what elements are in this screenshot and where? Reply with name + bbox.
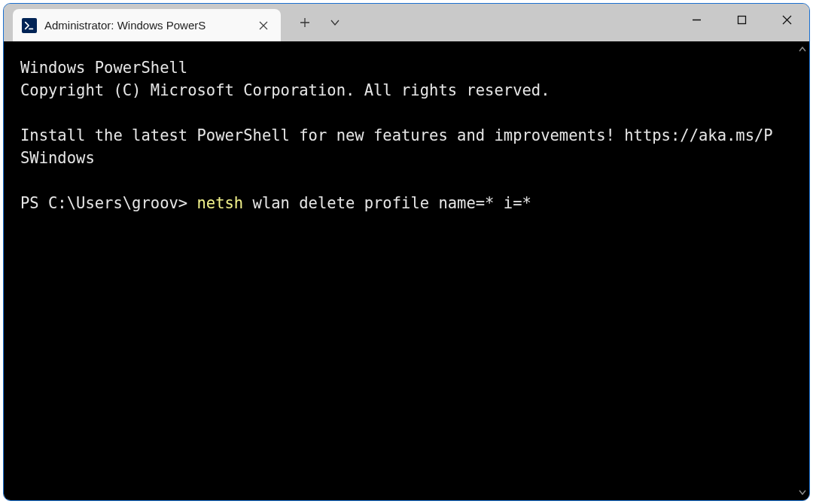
terminal-install-hint: Install the latest PowerShell for new fe… <box>20 126 773 167</box>
terminal-command-args: wlan delete profile name=* i=* <box>243 194 531 212</box>
scroll-up-button[interactable] <box>796 43 809 56</box>
terminal[interactable]: Windows PowerShell Copyright (C) Microso… <box>4 41 796 500</box>
terminal-prompt: PS C:\Users\groov> <box>20 194 197 212</box>
terminal-banner-line2: Copyright (C) Microsoft Corporation. All… <box>20 81 550 99</box>
scrollbar[interactable] <box>796 41 809 500</box>
tab-powershell[interactable]: Administrator: Windows PowerS <box>13 9 281 41</box>
powershell-icon <box>22 18 37 33</box>
maximize-button[interactable] <box>719 4 764 35</box>
terminal-command-keyword: netsh <box>197 194 244 212</box>
close-window-button[interactable] <box>764 4 809 35</box>
svg-rect-2 <box>738 16 745 23</box>
new-tab-button[interactable] <box>290 4 320 41</box>
minimize-button[interactable] <box>674 4 719 35</box>
tab-close-button[interactable] <box>255 17 272 34</box>
terminal-area: Windows PowerShell Copyright (C) Microso… <box>4 41 809 500</box>
tab-actions <box>290 4 350 41</box>
terminal-banner-line1: Windows PowerShell <box>20 59 187 77</box>
tab-title: Administrator: Windows PowerS <box>44 19 248 32</box>
tab-dropdown-button[interactable] <box>320 4 350 41</box>
app-window: Administrator: Windows PowerS <box>3 3 810 501</box>
titlebar: Administrator: Windows PowerS <box>4 4 809 41</box>
window-controls <box>674 4 809 35</box>
scroll-down-button[interactable] <box>796 485 809 499</box>
